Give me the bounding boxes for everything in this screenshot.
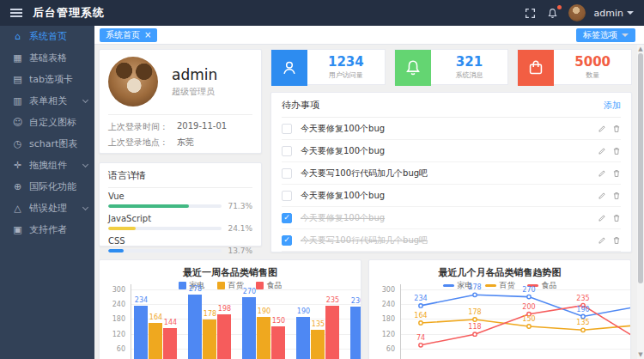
app-title: 后台管理系统: [33, 5, 105, 21]
edit-icon[interactable]: [598, 169, 606, 178]
header-actions: admin: [524, 4, 644, 21]
bar[interactable]: [149, 323, 162, 359]
smile-icon: ☺: [12, 117, 23, 128]
notification-badge: [557, 5, 562, 9]
todo-item-2: 今天要写100行代码加几个bug吧: [282, 162, 621, 185]
point-value: 235: [570, 295, 596, 302]
avatar: [108, 57, 158, 106]
sidebar-item-8[interactable]: △ 错误处理: [0, 198, 94, 219]
profile-info-row: 上次登录地点： 东莞: [108, 137, 252, 149]
bar[interactable]: [163, 328, 177, 359]
chevron-down-icon: [82, 96, 88, 102]
profile-card: admin 超级管理员 上次登录时间： 2019-11-01上次登录地点： 东莞: [99, 49, 262, 154]
drag-icon: ✛: [12, 160, 23, 171]
sidebar-item-1[interactable]: ▦ 基础表格: [0, 47, 94, 69]
sidebar-item-label: 国际化功能: [29, 180, 76, 193]
bar[interactable]: [203, 319, 216, 359]
todo-checkbox[interactable]: [282, 168, 292, 179]
bar[interactable]: [217, 314, 231, 359]
add-todo-link[interactable]: 添加: [604, 100, 621, 112]
progress-bar: [108, 227, 222, 230]
book-icon: ▣: [12, 224, 23, 235]
todo-text: 今天要修复100个bug: [301, 145, 598, 157]
todo-item-0: 今天要修复100个bug: [282, 118, 621, 140]
todo-checkbox[interactable]: [282, 191, 292, 201]
edit-icon[interactable]: [598, 236, 606, 245]
edit-icon[interactable]: [598, 147, 606, 155]
progress-percent: 71.3%: [227, 202, 252, 210]
info-label: 上次登录时间：: [108, 121, 177, 133]
delete-icon[interactable]: [612, 169, 621, 178]
scroll-up-icon[interactable]: ▲: [637, 45, 644, 53]
bar[interactable]: [271, 326, 285, 359]
sidebar-item-4[interactable]: ☺ 自定义图标: [0, 112, 94, 133]
y-axis-label: 60: [101, 345, 125, 353]
sidebar-item-5[interactable]: ◷ schart图表: [0, 133, 94, 155]
stat-card-0[interactable]: 1234 用户访问量: [270, 49, 386, 85]
sidebar-item-0[interactable]: ⌂ 系统首页: [0, 26, 94, 47]
delete-icon[interactable]: [612, 125, 621, 133]
progress-bar: [108, 249, 222, 253]
y-axis-label: 240: [101, 301, 125, 308]
bar[interactable]: [242, 297, 256, 359]
sidebar-item-label: 错误处理: [29, 202, 67, 215]
bar-value: 150: [266, 317, 292, 325]
bar[interactable]: [311, 330, 325, 359]
delete-icon[interactable]: [612, 147, 621, 155]
todo-item-3: 今天要修复100个bug: [282, 185, 621, 207]
todo-checkbox[interactable]: [282, 124, 292, 134]
sidebar-item-7[interactable]: ⊕ 国际化功能: [0, 176, 94, 198]
chart-title: 最近一周各品类销售图: [100, 266, 361, 279]
progress-percent: 13.7%: [227, 246, 252, 255]
scrollbar[interactable]: ▲ ▼: [637, 45, 644, 359]
point-value: 270: [516, 286, 542, 294]
sidebar-item-2[interactable]: ▤ tab选项卡: [0, 69, 94, 90]
globe-icon: ⊕: [12, 181, 23, 192]
todo-checkbox[interactable]: [282, 146, 292, 156]
avatar[interactable]: [568, 4, 586, 21]
delete-icon[interactable]: [612, 214, 621, 222]
user-menu[interactable]: admin: [594, 8, 634, 19]
scroll-down-icon[interactable]: ▼: [637, 350, 644, 359]
menu-icon[interactable]: [10, 9, 22, 17]
todo-checkbox[interactable]: ✓: [282, 235, 292, 246]
tab-bar: 系统首页 × 标签选项: [94, 26, 644, 45]
stat-card-2[interactable]: 5000 数量: [517, 49, 632, 85]
bell-icon[interactable]: [546, 6, 560, 20]
point-value: 164: [408, 312, 434, 319]
bar[interactable]: [188, 295, 202, 359]
profile-name: admin: [172, 66, 217, 83]
sidebar-item-label: schart图表: [29, 137, 77, 150]
tag-options-button[interactable]: 标签选项: [576, 28, 635, 42]
y-axis-label: 120: [101, 331, 125, 338]
edit-icon[interactable]: [598, 192, 606, 200]
bar-value: 278: [183, 285, 209, 293]
delete-icon[interactable]: [612, 192, 621, 200]
bar-value: 144: [158, 319, 184, 326]
edit-icon[interactable]: [598, 214, 606, 222]
stat-card-1[interactable]: 321 系统消息: [394, 49, 509, 85]
tab-home[interactable]: 系统首页 ×: [100, 28, 157, 42]
stat-value: 5000: [574, 54, 611, 70]
language-name: CSS: [108, 236, 125, 246]
chevron-down-icon: [82, 204, 88, 210]
point-value: 135: [570, 319, 596, 326]
sidebar-item-3[interactable]: ▥ 表单相关: [0, 90, 94, 112]
todo-text: 今天要修复100个bug: [301, 123, 598, 135]
close-icon[interactable]: ×: [144, 31, 151, 40]
fullscreen-icon[interactable]: [524, 6, 538, 20]
stat-value: 321: [456, 54, 483, 70]
bar[interactable]: [325, 306, 339, 359]
delete-icon[interactable]: [612, 236, 621, 245]
todo-checkbox[interactable]: ✓: [282, 213, 292, 223]
sidebar-item-6[interactable]: ✛ 拖拽组件: [0, 155, 94, 176]
edit-icon[interactable]: [598, 125, 606, 133]
stat-label: 用户访问量: [329, 70, 363, 80]
todo-card: 待办事项 添加 今天要修复100个bug 今天要修复100个bug 今天要写10…: [270, 92, 632, 253]
warning-icon: △: [12, 203, 23, 214]
bar-value: 165: [360, 313, 362, 321]
bell-icon: [395, 50, 431, 86]
scrollbar-thumb[interactable]: [638, 53, 643, 283]
home-icon: ⌂: [12, 31, 23, 42]
sidebar-item-9[interactable]: ▣ 支持作者: [0, 219, 94, 240]
